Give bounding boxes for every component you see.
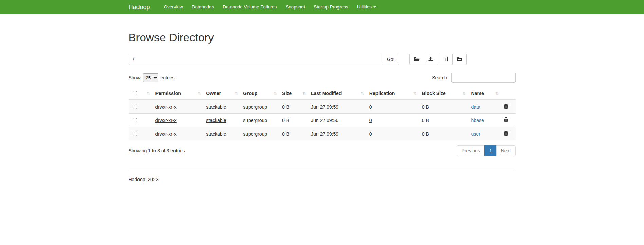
directory-link[interactable]: user: [471, 131, 480, 137]
page-footer-text: Hadoop, 2023.: [129, 169, 516, 196]
next-page-button[interactable]: Next: [496, 145, 516, 156]
permission-value[interactable]: drwxr-xr-x: [155, 104, 176, 110]
replication-value[interactable]: 0: [369, 118, 372, 123]
last-modified-value: Jun 27 09:59: [311, 131, 338, 137]
sort-icon: ⇅: [147, 91, 150, 96]
trash-icon: [504, 104, 508, 110]
table-row: drwxr-xr-x stackable supergroup 0 B Jun …: [129, 100, 516, 114]
owner-value[interactable]: stackable: [206, 104, 226, 110]
delete-button[interactable]: [504, 131, 508, 137]
permission-value[interactable]: drwxr-xr-x: [155, 131, 176, 137]
directory-link[interactable]: data: [471, 104, 480, 110]
select-all-checkbox[interactable]: [133, 91, 137, 95]
upload-file-button[interactable]: [424, 54, 438, 65]
file-grid-button[interactable]: [438, 54, 453, 65]
last-modified-value: Jun 27 09:59: [311, 104, 338, 110]
sort-icon: ⇅: [198, 91, 201, 96]
sort-icon: ⇅: [274, 91, 277, 96]
show-label: Show: [129, 75, 141, 80]
select-all-header[interactable]: ⇅: [129, 87, 153, 100]
replication-value[interactable]: 0: [369, 104, 372, 110]
permission-value[interactable]: drwxr-xr-x: [155, 118, 176, 123]
header-name[interactable]: Name⇅: [468, 87, 501, 100]
pagination: Previous 1 Next: [457, 145, 515, 156]
header-owner[interactable]: Owner⇅: [203, 87, 240, 100]
nav-item-utilities-label: Utilities: [357, 4, 372, 10]
header-replication[interactable]: Replication⇅: [367, 87, 419, 100]
owner-value[interactable]: stackable: [206, 131, 226, 137]
path-input[interactable]: [129, 54, 383, 65]
path-toolbar: Go!: [129, 54, 516, 65]
upload-icon: [428, 57, 434, 62]
folder-move-icon: [457, 57, 462, 62]
table-footer: Showing 1 to 3 of 3 entries Previous 1 N…: [129, 145, 516, 156]
grid-icon: [443, 57, 448, 62]
table-row: drwxr-xr-x stackable supergroup 0 B Jun …: [129, 114, 516, 127]
block-size-value: 0 B: [422, 104, 429, 110]
nav-item-datanode-volume-failures[interactable]: Datanode Volume Failures: [218, 0, 281, 14]
header-size[interactable]: Size⇅: [279, 87, 308, 100]
sort-icon: ⇅: [413, 91, 417, 96]
nav-item-startup-progress[interactable]: Startup Progress: [309, 0, 352, 14]
row-checkbox[interactable]: [133, 118, 137, 122]
row-checkbox[interactable]: [133, 132, 137, 136]
trash-icon: [504, 117, 508, 123]
search-input[interactable]: [451, 73, 516, 83]
last-modified-value: Jun 27 09:56: [311, 118, 338, 123]
group-value: supergroup: [243, 118, 267, 123]
search-control: Search:: [432, 73, 515, 83]
search-label: Search:: [432, 75, 448, 80]
page-1-button[interactable]: 1: [484, 145, 497, 156]
header-actions: [501, 87, 515, 100]
sort-icon: ⇅: [361, 91, 364, 96]
sort-icon: ⇅: [302, 91, 306, 96]
group-value: supergroup: [243, 104, 267, 110]
navbar: Hadoop Overview Datanodes Datanode Volum…: [0, 0, 644, 14]
block-size-value: 0 B: [422, 118, 429, 123]
nav-item-overview[interactable]: Overview: [160, 0, 187, 14]
header-last-modified[interactable]: Last Modified⇅: [308, 87, 367, 100]
group-value: supergroup: [243, 131, 267, 137]
path-input-group: Go!: [129, 54, 399, 65]
row-checkbox[interactable]: [133, 105, 137, 109]
delete-button[interactable]: [504, 104, 508, 110]
table-row: drwxr-xr-x stackable supergroup 0 B Jun …: [129, 127, 516, 141]
owner-value[interactable]: stackable: [206, 118, 226, 123]
show-entries-control: Show 25 entries: [129, 73, 175, 82]
header-name-label: Name: [471, 91, 484, 96]
header-last-modified-label: Last Modified: [311, 91, 342, 96]
header-replication-label: Replication: [369, 91, 395, 96]
directory-link[interactable]: hbase: [471, 118, 484, 123]
header-permission[interactable]: Permission⇅: [152, 87, 203, 100]
entries-info: Showing 1 to 3 of 3 entries: [129, 148, 185, 153]
nav-item-datanodes[interactable]: Datanodes: [187, 0, 218, 14]
header-block-size[interactable]: Block Size⇅: [419, 87, 468, 100]
header-size-label: Size: [282, 91, 292, 96]
nav-item-snapshot[interactable]: Snapshot: [281, 0, 309, 14]
navbar-container: Hadoop Overview Datanodes Datanode Volum…: [124, 0, 521, 14]
sort-icon: ⇅: [235, 91, 238, 96]
directory-action-buttons: [409, 54, 467, 65]
replication-value[interactable]: 0: [369, 131, 372, 137]
sort-icon: ⇅: [463, 91, 466, 96]
header-permission-label: Permission: [155, 91, 181, 96]
previous-page-button[interactable]: Previous: [457, 145, 484, 156]
size-value: 0 B: [282, 118, 289, 123]
directory-table: ⇅ Permission⇅ Owner⇅ Group⇅ Size⇅ Last M…: [129, 87, 516, 140]
go-button[interactable]: Go!: [383, 54, 399, 65]
header-block-size-label: Block Size: [422, 91, 446, 96]
size-value: 0 B: [282, 131, 289, 137]
header-owner-label: Owner: [206, 91, 221, 96]
block-size-value: 0 B: [422, 131, 429, 137]
brand-hadoop[interactable]: Hadoop: [129, 4, 150, 11]
header-group-label: Group: [243, 91, 257, 96]
page-size-select[interactable]: 25: [143, 73, 158, 82]
create-directory-button[interactable]: [409, 54, 424, 65]
delete-button[interactable]: [504, 117, 508, 123]
page-title: Browse Directory: [129, 31, 516, 44]
entries-label: entries: [161, 75, 175, 80]
nav-item-utilities[interactable]: Utilities: [353, 0, 381, 14]
trash-icon: [504, 131, 508, 137]
header-group[interactable]: Group⇅: [240, 87, 279, 100]
move-button[interactable]: [452, 54, 467, 65]
